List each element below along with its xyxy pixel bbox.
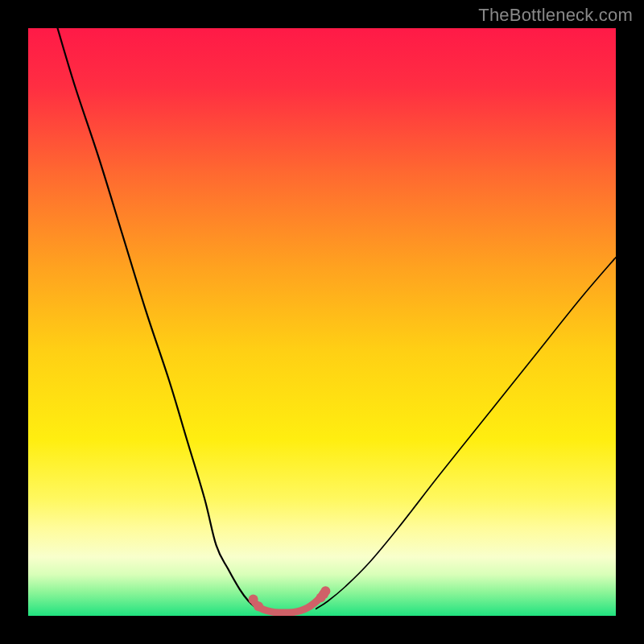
marker-dot bbox=[254, 601, 263, 611]
plot-area bbox=[28, 28, 616, 616]
chart-frame: TheBottleneck.com bbox=[0, 0, 644, 644]
marker-dot bbox=[320, 586, 330, 596]
gradient-background bbox=[28, 28, 616, 616]
bottleneck-curve-chart bbox=[28, 28, 616, 616]
watermark-label: TheBottleneck.com bbox=[478, 5, 633, 26]
